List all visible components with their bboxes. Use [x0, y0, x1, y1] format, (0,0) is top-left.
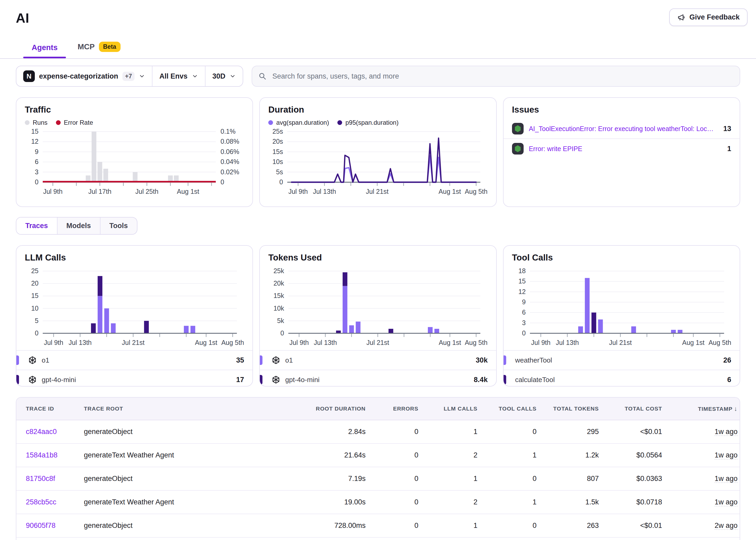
errors-cell: 0	[368, 451, 420, 459]
duration-title: Duration	[268, 105, 488, 115]
legend-item[interactable]: Runs	[25, 119, 48, 126]
svg-text:15: 15	[518, 277, 526, 285]
column-header-root-duration[interactable]: Root Duration	[289, 406, 368, 412]
legend-row[interactable]: o130k	[260, 350, 496, 370]
column-header-errors[interactable]: Errors	[368, 406, 420, 412]
legend-item[interactable]: p95(span.duration)	[337, 119, 398, 126]
svg-text:Aug 5th: Aug 5th	[221, 339, 244, 346]
svg-text:5: 5	[35, 317, 39, 324]
issues-list: AI_ToolExecutionError: Error executing t…	[504, 119, 740, 159]
column-header-tool-calls[interactable]: Tool Calls	[480, 406, 538, 412]
relative-timestamp[interactable]: 1w ago	[714, 428, 737, 436]
column-header-trace-root[interactable]: Trace Root	[84, 406, 289, 412]
table-row[interactable]: 81750c8fgenerateObject7.19s010807$0.0363…	[16, 467, 740, 490]
errors-cell: 0	[368, 474, 420, 483]
page-title: AI	[16, 11, 740, 26]
column-header-llm-calls[interactable]: LLM Calls	[420, 406, 480, 412]
total-tokens-cell: 807	[538, 474, 601, 483]
relative-timestamp[interactable]: 1w ago	[714, 474, 737, 483]
subtab-traces[interactable]: Traces	[16, 217, 57, 234]
legend-row[interactable]: calculateTool6	[504, 370, 740, 386]
svg-text:Aug 5th: Aug 5th	[465, 339, 488, 346]
give-feedback-button[interactable]: Give Feedback	[669, 8, 748, 26]
trace-id-link[interactable]: c824aac0	[16, 428, 84, 436]
env-filter-dropdown[interactable]: All Envs	[152, 66, 205, 86]
llm-calls-card: LLM Calls Jul 9thJul 13thJul 21stAug 1st…	[16, 245, 253, 386]
errors-cell: 0	[368, 521, 420, 530]
project-extra-count: +7	[122, 72, 134, 81]
search-bar	[252, 66, 740, 87]
svg-text:9: 9	[522, 298, 526, 306]
svg-text:Jul 9th: Jul 9th	[531, 339, 550, 346]
issue-item[interactable]: Error: write EPIPE 1	[504, 138, 740, 159]
errors-cell: 0	[368, 498, 420, 506]
svg-text:Aug 1st: Aug 1st	[177, 188, 199, 195]
table-row[interactable]: c824aac0generateObject2.84s010295<$0.011…	[16, 420, 740, 443]
column-header-timestamp[interactable]: Timestamp↓	[664, 405, 740, 412]
tool-calls-cell: 0	[480, 428, 538, 436]
series-color-pill	[260, 375, 262, 384]
trace-id-link[interactable]: 1584a1b8	[16, 451, 84, 459]
trace-id-link[interactable]: 90605f78	[16, 521, 84, 530]
legend-item[interactable]: avg(span.duration)	[268, 119, 329, 126]
tab-mcp[interactable]: MCP Beta	[77, 42, 120, 58]
svg-text:Jul 21st: Jul 21st	[366, 188, 388, 195]
column-header-trace-id[interactable]: Trace ID	[16, 406, 84, 412]
svg-text:0.08%: 0.08%	[221, 138, 239, 145]
column-header-total-tokens[interactable]: Total Tokens	[538, 406, 601, 412]
relative-timestamp[interactable]: 2w ago	[714, 521, 737, 530]
search-input[interactable]	[271, 72, 733, 81]
llm-calls-title: LLM Calls	[25, 253, 244, 263]
legend-item[interactable]: Error Rate	[56, 119, 93, 126]
issue-item[interactable]: AI_ToolExecutionError: Error executing t…	[504, 119, 740, 138]
tool-calls-card: Tool Calls Jul 9thJul 13thJul 21stAug 1s…	[503, 245, 740, 386]
legend-dot	[337, 120, 342, 125]
tab-agents[interactable]: Agents	[32, 43, 58, 58]
megaphone-icon	[677, 13, 685, 21]
legend-row[interactable]: o135	[16, 350, 252, 370]
legend-row-label: gpt-4o-mini	[285, 376, 319, 384]
relative-timestamp[interactable]: 1w ago	[714, 451, 737, 459]
total-tokens-cell: 263	[538, 521, 601, 530]
openai-icon	[271, 356, 280, 365]
svg-text:10: 10	[31, 305, 39, 312]
subtab-models[interactable]: Models	[57, 217, 100, 234]
table-row[interactable]: 1584a1b8generateText Weather Agent21.64s…	[16, 443, 740, 467]
issue-link[interactable]: AI_ToolExecutionError: Error executing t…	[529, 125, 717, 133]
project-filter-dropdown[interactable]: N expense-categorization +7	[16, 66, 152, 86]
relative-timestamp[interactable]: 1w ago	[714, 498, 737, 506]
subtab-tools[interactable]: Tools	[100, 217, 137, 234]
trace-root-cell: generateObject	[84, 474, 289, 483]
filter-group: N expense-categorization +7 All Envs 30D	[16, 66, 243, 87]
trace-id-link[interactable]: 81750c8f	[16, 474, 84, 483]
openai-icon	[271, 375, 280, 384]
trace-id-link[interactable]: 258cb5cc	[16, 498, 84, 506]
svg-text:0: 0	[280, 329, 284, 337]
column-header-total-cost[interactable]: Total Cost	[601, 406, 664, 412]
timestamp-cell: 2w ago	[664, 521, 740, 530]
svg-text:25s: 25s	[272, 128, 283, 135]
svg-text:12: 12	[31, 138, 39, 145]
table-row[interactable]: 90605f78generateObject728.00ms010263<$0.…	[16, 514, 740, 537]
svg-text:10s: 10s	[272, 158, 283, 165]
tool-calls-cell: 1	[480, 498, 538, 506]
traces-table: Trace IDTrace RootRoot DurationErrorsLLM…	[16, 397, 740, 540]
total-tokens-cell: 1.5k	[538, 498, 601, 506]
tool-calls-cell: 0	[480, 474, 538, 483]
tool-calls-cell: 1	[480, 451, 538, 459]
tokens-used-title: Tokens Used	[268, 253, 488, 263]
tool-calls-legend-rows: weatherTool26calculateTool6	[504, 350, 740, 386]
trace-subtabs: Traces Models Tools	[16, 217, 137, 235]
table-row[interactable]: 1b9a433bgenerateText Weather Agent4.95s0…	[16, 537, 740, 540]
ai-dashboard-page: AI Give Feedback Agents MCP Beta N expen…	[0, 0, 756, 540]
root-duration-cell: 21.64s	[289, 451, 368, 459]
series-color-pill	[260, 355, 262, 365]
legend-row[interactable]: weatherTool26	[504, 350, 740, 370]
time-range-dropdown[interactable]: 30D	[205, 66, 243, 86]
openai-icon	[28, 356, 37, 365]
table-row[interactable]: 258cb5ccgenerateText Weather Agent19.00s…	[16, 490, 740, 514]
legend-row[interactable]: gpt-4o-mini8.4k	[260, 370, 496, 386]
legend-row[interactable]: gpt-4o-mini17	[16, 370, 252, 386]
svg-text:Aug 1st: Aug 1st	[439, 339, 461, 346]
issue-link[interactable]: Error: write EPIPE	[529, 145, 721, 153]
